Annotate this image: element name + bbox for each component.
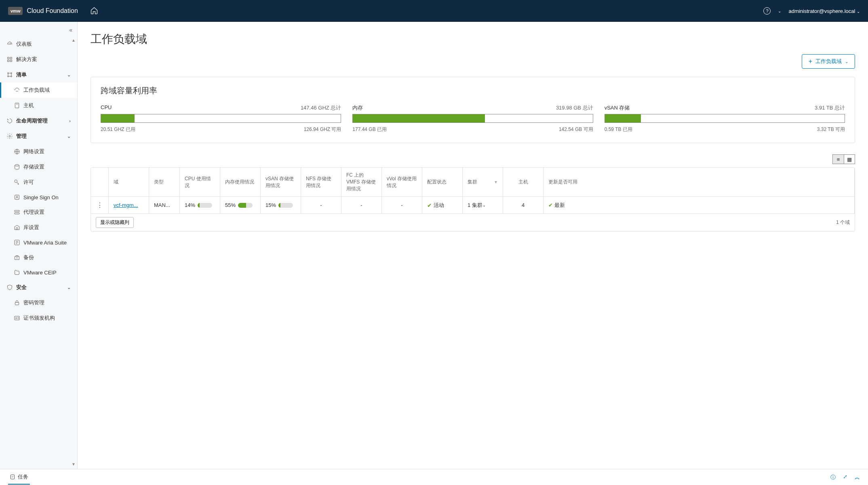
- nav-depot[interactable]: 库设置: [0, 220, 77, 235]
- add-workload-domain-button[interactable]: + 工作负载域 ⌄: [802, 54, 855, 69]
- capacity-cpu: CPU147.46 GHZ 总计 20.51 GHZ 已用126.94 GHZ …: [101, 104, 341, 133]
- table-header: 域 类型 CPU 使用情况 内存使用情况 vSAN 存储使用情况 NFS 存储使…: [91, 168, 855, 197]
- col-vmfs[interactable]: FC 上的 VMFS 存储使用情况: [341, 168, 382, 196]
- svg-rect-2: [8, 60, 9, 61]
- nav-licensing[interactable]: 许可: [0, 175, 77, 190]
- table-row[interactable]: ⋮ vcf-mgm... MAN... 14% 55% 15% - - - ✔活…: [91, 197, 855, 214]
- help-chevron-icon[interactable]: ⌄: [778, 9, 781, 13]
- check-icon: ✔: [548, 202, 553, 208]
- svg-rect-18: [16, 228, 18, 230]
- svg-rect-17: [15, 213, 19, 214]
- col-mem[interactable]: 内存使用情况: [220, 168, 261, 196]
- svg-point-10: [9, 135, 11, 137]
- toggle-columns-button[interactable]: 显示或隐藏列: [96, 217, 134, 228]
- nav-lifecycle[interactable]: 生命周期管理 ›: [0, 113, 77, 129]
- tasks-tab[interactable]: 任务: [8, 470, 30, 485]
- svg-rect-3: [10, 60, 12, 61]
- sidebar-collapse-icon[interactable]: «: [67, 24, 75, 36]
- nav-security[interactable]: 安全 ⌄: [0, 280, 77, 295]
- col-cpu[interactable]: CPU 使用情况: [180, 168, 220, 196]
- help-icon[interactable]: ?: [763, 7, 771, 15]
- page-title: 工作负载域: [91, 32, 855, 47]
- main-content: 工作负载域 + 工作负载域 ⌄ 跨域容量利用率 CPU147.46 GHZ 总计…: [78, 22, 868, 469]
- col-type[interactable]: 类型: [149, 168, 180, 196]
- svg-point-7: [11, 76, 12, 77]
- nav-password[interactable]: 密码管理: [0, 295, 77, 310]
- expand-icon[interactable]: ⤢: [843, 474, 847, 481]
- nav-admin[interactable]: 管理 ⌄: [0, 129, 77, 144]
- col-vvol[interactable]: vVol 存储使用情况: [382, 168, 422, 196]
- col-cluster[interactable]: 集群▼: [463, 168, 503, 196]
- nav-cert[interactable]: 证书颁发机构: [0, 310, 77, 326]
- nav-network-settings[interactable]: 网络设置: [0, 144, 77, 159]
- app-header: vmw Cloud Foundation ? ⌄ administrator@v…: [0, 0, 868, 22]
- tasks-icon: [10, 474, 15, 480]
- domain-link[interactable]: vcf-mgm...: [114, 202, 138, 208]
- scroll-down-icon[interactable]: ▼: [71, 461, 76, 467]
- filter-icon[interactable]: ▼: [494, 180, 498, 184]
- svg-rect-1: [10, 57, 12, 59]
- nav-storage-settings[interactable]: 存储设置: [0, 159, 77, 175]
- bottom-bar: 任务 ⓘ ⤢ ︽: [0, 469, 868, 485]
- svg-rect-0: [8, 57, 9, 59]
- list-view-icon[interactable]: ≡: [832, 154, 844, 164]
- nav-aria[interactable]: VMware Aria Suite: [0, 235, 77, 250]
- svg-rect-20: [15, 302, 19, 305]
- nav-dashboard[interactable]: 仪表板: [0, 36, 77, 52]
- capacity-memory: 内存319.98 GB 总计 177.44 GB 已用142.54 GB 可用: [352, 104, 593, 133]
- svg-point-15: [17, 196, 18, 197]
- view-toggle: ≡ ▦: [91, 154, 855, 164]
- collapse-icon[interactable]: ︽: [855, 474, 860, 481]
- product-name: Cloud Foundation: [27, 7, 78, 15]
- nav-inventory[interactable]: 清单 ⌄: [0, 67, 77, 82]
- chevron-down-icon: ⌄: [67, 72, 71, 78]
- capacity-vsan: vSAN 存储3.91 TB 总计 0.59 TB 已用3.32 TB 可用: [605, 104, 845, 133]
- col-domain[interactable]: 域: [109, 168, 149, 196]
- col-vsan[interactable]: vSAN 存储使用情况: [261, 168, 301, 196]
- home-icon[interactable]: [90, 6, 98, 16]
- chevron-down-icon: ⌄: [482, 203, 486, 207]
- table-footer: 显示或隐藏列 1 个域: [91, 214, 855, 231]
- help-icon[interactable]: ⓘ: [830, 474, 836, 481]
- domain-count: 1 个域: [836, 219, 850, 226]
- svg-point-6: [8, 76, 9, 77]
- col-nfs[interactable]: NFS 存储使用情况: [301, 168, 341, 196]
- col-update[interactable]: 更新是否可用: [544, 168, 855, 196]
- col-status[interactable]: 配置状态: [422, 168, 463, 196]
- chevron-right-icon: ›: [69, 118, 71, 123]
- svg-rect-8: [15, 103, 19, 108]
- user-menu[interactable]: administrator@vsphere.local ⌄: [788, 8, 860, 14]
- logo: vmw: [8, 7, 23, 15]
- svg-rect-21: [15, 316, 19, 320]
- nav-hosts[interactable]: 主机: [0, 98, 77, 113]
- capacity-panel: 跨域容量利用率 CPU147.46 GHZ 总计 20.51 GHZ 已用126…: [91, 77, 855, 143]
- nav-backup[interactable]: 备份: [0, 250, 77, 265]
- svg-point-12: [15, 164, 19, 166]
- chevron-down-icon: ⌄: [67, 285, 71, 290]
- sidebar: « ▲ 仪表板 解决方案 清单 ⌄ 工作负载域 主机: [0, 22, 78, 469]
- nav-solutions[interactable]: 解决方案: [0, 52, 77, 67]
- chevron-down-icon: ⌄: [845, 59, 848, 64]
- nav-sso[interactable]: Single Sign On: [0, 190, 77, 205]
- col-host[interactable]: 主机: [503, 168, 544, 196]
- nav-workload-domains[interactable]: 工作负载域: [0, 82, 77, 98]
- nav-proxy[interactable]: 代理设置: [0, 205, 77, 220]
- chevron-down-icon: ⌄: [67, 134, 71, 139]
- svg-rect-16: [15, 210, 19, 211]
- svg-point-5: [11, 73, 12, 74]
- scroll-up-icon[interactable]: ▲: [71, 37, 76, 43]
- domain-table: 域 类型 CPU 使用情况 内存使用情况 vSAN 存储使用情况 NFS 存储使…: [91, 167, 855, 232]
- grid-view-icon[interactable]: ▦: [844, 154, 855, 164]
- plus-icon: +: [809, 58, 812, 65]
- capacity-title: 跨域容量利用率: [101, 85, 845, 96]
- nav-ceip[interactable]: VMware CEIP: [0, 265, 77, 280]
- status-ok-icon: ✔: [427, 202, 432, 209]
- row-actions-icon[interactable]: ⋮: [97, 201, 103, 209]
- svg-point-22: [16, 318, 17, 319]
- svg-point-4: [8, 73, 9, 74]
